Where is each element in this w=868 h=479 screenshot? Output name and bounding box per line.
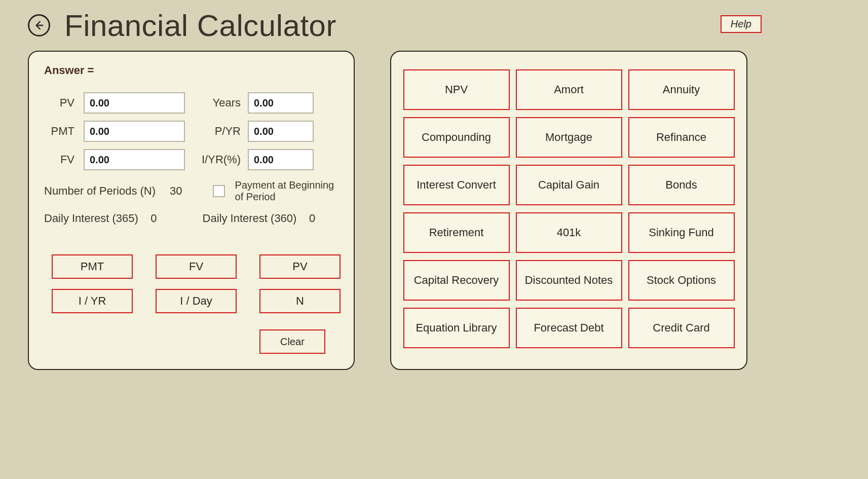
calc-n-button[interactable]: N — [259, 289, 341, 313]
calc-button-grid: PMT FV PV I / YR I / Day N — [52, 254, 341, 313]
answer-label: Answer = — [44, 64, 338, 77]
calc-pmt-button[interactable]: PMT — [52, 254, 133, 279]
daily365-label: Daily Interest (365) — [44, 212, 138, 225]
func-retirement-button[interactable]: Retirement — [403, 212, 510, 253]
years-input[interactable] — [248, 92, 314, 114]
func-capital-gain-button[interactable]: Capital Gain — [516, 165, 622, 205]
pmt-label: PMT — [44, 125, 74, 138]
calc-iday-button[interactable]: I / Day — [156, 289, 237, 313]
func-sinking-fund-button[interactable]: Sinking Fund — [628, 212, 735, 253]
func-credit-card-button[interactable]: Credit Card — [628, 308, 735, 348]
func-forecast-debt-button[interactable]: Forecast Debt — [516, 308, 622, 348]
calc-iyr-button[interactable]: I / YR — [52, 289, 133, 313]
func-npv-button[interactable]: NPV — [403, 69, 510, 110]
back-button[interactable] — [28, 14, 50, 36]
periods-value: 30 — [170, 185, 182, 198]
clear-button[interactable]: Clear — [259, 329, 325, 354]
calc-pv-button[interactable]: PV — [259, 254, 341, 279]
func-mortgage-button[interactable]: Mortgage — [516, 117, 622, 158]
calc-fv-button[interactable]: FV — [156, 254, 237, 279]
pyr-label: P/YR — [200, 125, 241, 138]
iyr-input[interactable] — [248, 149, 314, 170]
daily360-value: 0 — [309, 212, 315, 225]
functions-grid: NPV Amort Annuity Compounding Mortgage R… — [403, 69, 735, 348]
func-amort-button[interactable]: Amort — [516, 69, 622, 110]
pyr-input[interactable] — [248, 121, 314, 142]
periods-label: Number of Periods (N) — [44, 185, 156, 198]
func-discounted-notes-button[interactable]: Discounted Notes — [516, 260, 622, 301]
pmt-input[interactable] — [84, 121, 185, 142]
daily365-value: 0 — [150, 212, 157, 225]
daily360-label: Daily Interest (360) — [203, 212, 297, 225]
arrow-left-icon — [33, 20, 45, 31]
functions-panel: NPV Amort Annuity Compounding Mortgage R… — [390, 51, 747, 370]
years-label: Years — [200, 96, 241, 109]
func-capital-recovery-button[interactable]: Capital Recovery — [403, 260, 510, 301]
func-refinance-button[interactable]: Refinance — [628, 117, 735, 158]
calculator-panel: Answer = PV Years PMT P/YR FV — [28, 51, 355, 370]
fv-input[interactable] — [84, 149, 185, 170]
iyr-label: I/YR(%) — [200, 153, 241, 166]
header: Financial Calculator Help — [0, 0, 868, 46]
help-button[interactable]: Help — [721, 15, 762, 33]
func-stock-options-button[interactable]: Stock Options — [628, 260, 735, 301]
func-interest-convert-button[interactable]: Interest Convert — [403, 165, 510, 205]
func-annuity-button[interactable]: Annuity — [628, 69, 735, 110]
bottom-spacer — [0, 375, 868, 479]
pv-label: PV — [44, 96, 74, 109]
func-equation-library-button[interactable]: Equation Library — [403, 308, 510, 348]
page-title: Financial Calculator — [64, 8, 336, 43]
func-bonds-button[interactable]: Bonds — [628, 165, 735, 205]
begin-period-label: Payment at Beginning of Period — [235, 179, 336, 203]
begin-period-checkbox[interactable] — [213, 185, 225, 197]
func-compounding-button[interactable]: Compounding — [403, 117, 510, 158]
func-401k-button[interactable]: 401k — [516, 212, 622, 253]
fv-label: FV — [44, 153, 74, 166]
pv-input[interactable] — [84, 92, 185, 114]
